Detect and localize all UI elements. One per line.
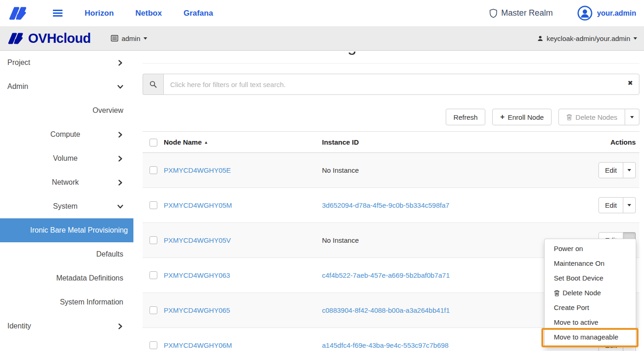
node-name-header[interactable]: Node Name▲ xyxy=(164,132,322,153)
chevron-right-icon xyxy=(117,323,123,329)
ovh-logo-icon[interactable] xyxy=(8,5,29,22)
delete-nodes-dropdown-toggle[interactable] xyxy=(625,109,639,125)
sidebar-item-label: Project xyxy=(7,58,30,67)
delete-label: Delete Nodes xyxy=(575,113,617,121)
menu-item-create-port[interactable]: Create Port xyxy=(545,300,636,315)
instance-id-link[interactable]: c0883904-8f42-4088-b00a-a3a264bb41f1 xyxy=(322,306,450,314)
row-actions-split-button: Edit xyxy=(598,197,636,213)
menu-item-move-to-active[interactable]: Move to active xyxy=(545,315,636,330)
enroll-label: Enroll Node xyxy=(508,113,544,121)
sidebar-item-label: Overview xyxy=(92,106,123,115)
person-icon xyxy=(537,35,543,41)
table-row: PXMYCD4WGHY05M3d652094-d78a-4f5e-9c0b-5b… xyxy=(143,187,639,222)
edit-dropdown-toggle[interactable] xyxy=(623,162,636,178)
sidebar-item-volume[interactable]: Volume xyxy=(0,146,133,170)
instance-id-header[interactable]: Instance ID xyxy=(322,132,561,153)
menu-item-maintenance-on[interactable]: Maintenance On xyxy=(545,256,636,271)
user-menu[interactable]: your.admin xyxy=(577,6,636,21)
sidebar-item-overview[interactable]: Overview xyxy=(0,99,133,123)
table-toolbar: Refresh + Enroll Node Delete Nodes xyxy=(143,109,639,125)
menu-item-label: Move to active xyxy=(554,318,598,327)
trash-icon xyxy=(554,290,560,297)
select-all-checkbox[interactable] xyxy=(150,139,157,146)
node-name-link[interactable]: PXMYCD4WGHY05E xyxy=(164,166,231,174)
chevron-down-icon xyxy=(117,204,123,210)
menu-item-set-boot-device[interactable]: Set Boot Device xyxy=(545,271,636,286)
filter-search-bar: ✖ xyxy=(143,74,639,95)
row-checkbox[interactable] xyxy=(150,306,157,314)
search-input[interactable] xyxy=(163,74,639,95)
hamburger-menu-icon[interactable] xyxy=(53,10,63,17)
node-name-link[interactable]: PXMYCD4WGHY05M xyxy=(164,201,232,209)
sidebar-nav: ProjectAdminOverviewComputeVolumeNetwork… xyxy=(0,51,133,351)
sidebar-item-label: Volume xyxy=(53,154,77,163)
row-checkbox[interactable] xyxy=(150,271,157,279)
menu-item-move-to-manageable[interactable]: Move to manageable xyxy=(545,330,636,345)
top-nav-links: Horizon Netbox Grafana xyxy=(85,9,213,18)
instance-id-link[interactable]: 3d652094-d78a-4f5e-9c0b-5b334c598fa7 xyxy=(322,201,449,209)
sidebar-item-label: Metadata Definitions xyxy=(56,274,123,282)
sidebar-item-defaults[interactable]: Defaults xyxy=(0,242,133,266)
instance-id-link[interactable]: c4f4b522-7aeb-457e-a669-5b2baf0b7a71 xyxy=(322,271,450,279)
caret-down-icon xyxy=(630,116,634,118)
caret-down-icon xyxy=(627,169,631,171)
node-name-link[interactable]: PXMYCD4WGHY05V xyxy=(164,236,231,244)
table-header-row: Node Name▲ Instance ID Actions xyxy=(143,132,639,153)
instance-id-link[interactable]: a145dfc4-f69e-43ba-9e4c-553c97c7b698 xyxy=(322,341,448,349)
sidebar-item-label: System xyxy=(53,202,77,211)
avatar-icon xyxy=(577,6,592,21)
refresh-button[interactable]: Refresh xyxy=(446,109,486,125)
keycloak-user-menu[interactable]: keycloak-admin/your.admin xyxy=(537,35,637,42)
menu-item-label: Maintenance On xyxy=(554,259,604,268)
sidebar-item-label: Identity xyxy=(7,322,31,330)
project-list-icon xyxy=(111,35,118,41)
sidebar-item-system[interactable]: System xyxy=(0,194,133,218)
brand-wordmark: OVHcloud xyxy=(28,31,91,46)
edit-button[interactable]: Edit xyxy=(598,162,623,178)
row-checkbox[interactable] xyxy=(150,341,157,349)
menu-item-delete-node[interactable]: Delete Node xyxy=(545,286,636,300)
chevron-right-icon xyxy=(117,60,123,66)
horizon-header-bar: OVHcloud admin keycloak-admin/your.admin xyxy=(0,26,644,51)
ovhcloud-logo[interactable]: OVHcloud xyxy=(7,31,91,46)
title-divider xyxy=(143,63,639,64)
nav-link-netbox[interactable]: Netbox xyxy=(135,9,162,18)
enroll-node-button[interactable]: + Enroll Node xyxy=(492,109,552,125)
sidebar-item-label: Admin xyxy=(7,82,28,91)
chevron-right-icon xyxy=(117,156,123,162)
row-checkbox[interactable] xyxy=(150,236,157,244)
sidebar-item-compute[interactable]: Compute xyxy=(0,123,133,146)
menu-item-power-on[interactable]: Power on xyxy=(545,241,636,256)
nav-link-grafana[interactable]: Grafana xyxy=(184,9,213,18)
instance-id-header-label: Instance ID xyxy=(322,138,359,146)
node-name-link[interactable]: PXMYCD4WGHY063 xyxy=(164,271,230,279)
project-selector[interactable]: admin xyxy=(111,35,147,42)
sidebar-item-project[interactable]: Project xyxy=(0,51,133,75)
caret-down-icon xyxy=(627,204,631,206)
realm-selector[interactable]: Master Realm xyxy=(489,8,553,18)
shield-icon xyxy=(489,8,498,18)
sidebar-item-ironic-bare-metal-provisioning[interactable]: Ironic Bare Metal Provisioning xyxy=(0,218,133,242)
actions-header: Actions xyxy=(561,132,639,153)
sidebar-item-admin[interactable]: Admin xyxy=(0,75,133,99)
refresh-label: Refresh xyxy=(454,113,478,121)
edit-button[interactable]: Edit xyxy=(598,197,623,213)
page-title-text: Ironic Bare Metal Provisioning xyxy=(143,52,639,55)
menu-item-label: Set Boot Device xyxy=(554,274,604,283)
node-name-link[interactable]: PXMYCD4WGHY065 xyxy=(164,306,230,314)
sidebar-item-metadata-definitions[interactable]: Metadata Definitions xyxy=(0,266,133,290)
nav-link-horizon[interactable]: Horizon xyxy=(85,9,114,18)
edit-dropdown-toggle[interactable] xyxy=(623,197,636,213)
keycloak-user-label: keycloak-admin/your.admin xyxy=(546,35,630,42)
sidebar-item-identity[interactable]: Identity xyxy=(0,314,133,338)
sort-asc-icon: ▲ xyxy=(204,140,208,145)
clear-filter-icon[interactable]: ✖ xyxy=(627,80,633,86)
delete-nodes-button[interactable]: Delete Nodes xyxy=(558,109,625,125)
table-row: PXMYCD4WGHY05ENo InstanceEdit xyxy=(143,152,639,187)
row-checkbox[interactable] xyxy=(150,166,157,174)
node-name-link[interactable]: PXMYCD4WGHY06M xyxy=(164,341,232,349)
sidebar-item-system-information[interactable]: System Information xyxy=(0,290,133,314)
sidebar-item-network[interactable]: Network xyxy=(0,170,133,194)
row-checkbox[interactable] xyxy=(150,201,157,209)
menu-item-label: Create Port xyxy=(554,303,589,312)
